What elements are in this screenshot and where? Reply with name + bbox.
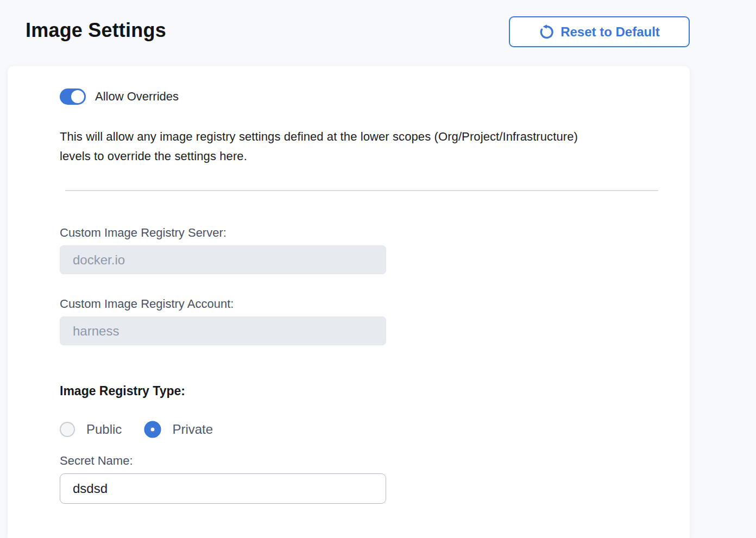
toggle-knob <box>71 90 84 103</box>
registry-server-input <box>60 245 386 274</box>
secret-name-input[interactable] <box>60 473 386 504</box>
radio-option-private[interactable]: Private <box>144 421 213 438</box>
description-line-1: This will allow any image registry setti… <box>60 130 578 143</box>
private-radio-label: Private <box>172 422 213 437</box>
overrides-description: This will allow any image registry setti… <box>60 127 663 166</box>
reset-icon <box>539 24 555 40</box>
registry-account-input <box>60 317 386 345</box>
registry-server-label: Custom Image Registry Server: <box>60 226 663 240</box>
reset-button-label: Reset to Default <box>560 24 660 40</box>
settings-card: Allow Overrides This will allow any imag… <box>8 66 690 538</box>
registry-type-radio-group: Public Private <box>60 421 663 438</box>
page-header: Image Settings Reset to Default <box>0 0 756 66</box>
public-radio-label: Public <box>86 422 122 437</box>
registry-account-label: Custom Image Registry Account: <box>60 297 663 311</box>
radio-option-public[interactable]: Public <box>60 422 122 437</box>
image-settings-page: Image Settings Reset to Default Allow Ov… <box>0 0 756 538</box>
reset-to-default-button[interactable]: Reset to Default <box>509 16 690 47</box>
registry-type-label: Image Registry Type: <box>60 383 663 398</box>
allow-overrides-label: Allow Overrides <box>95 90 179 104</box>
allow-overrides-row: Allow Overrides <box>60 88 663 105</box>
section-divider <box>65 190 658 191</box>
page-title: Image Settings <box>26 16 166 45</box>
public-radio-icon <box>60 422 75 437</box>
secret-name-label: Secret Name: <box>60 454 663 468</box>
allow-overrides-toggle[interactable] <box>60 88 86 105</box>
description-line-2: levels to override the settings here. <box>60 149 247 163</box>
private-radio-icon <box>144 421 161 438</box>
